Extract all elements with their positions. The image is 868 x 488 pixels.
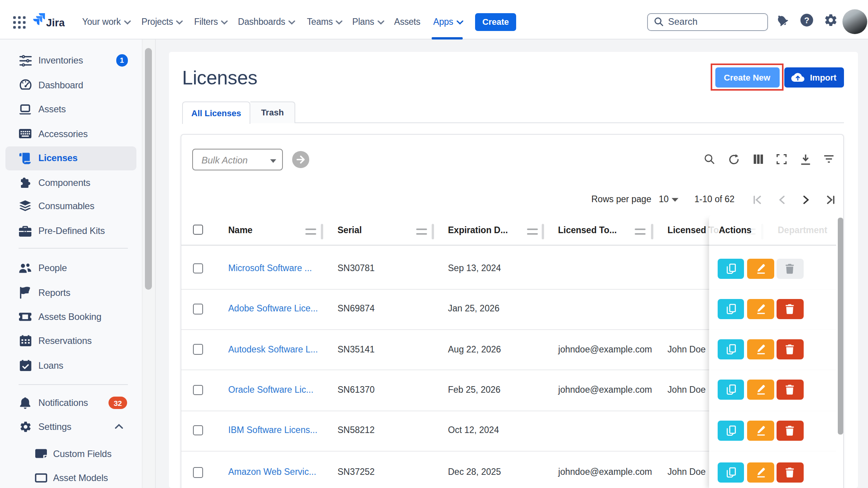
- svg-text:?: ?: [804, 15, 809, 25]
